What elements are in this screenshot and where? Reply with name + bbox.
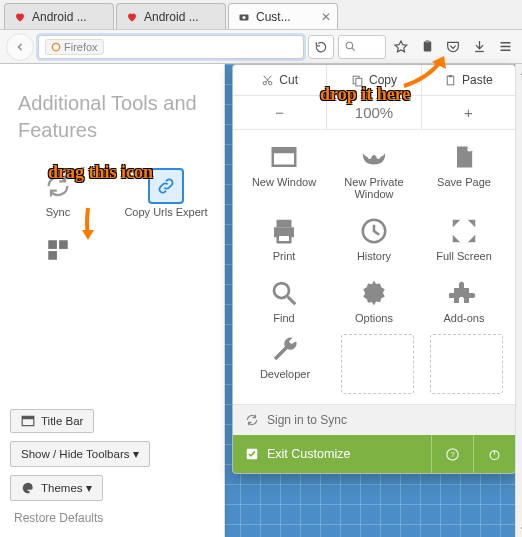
- reload-button[interactable]: [308, 35, 334, 59]
- menu-grid: New Window New Private Window Save Page …: [233, 130, 515, 328]
- signin-label: Sign in to Sync: [267, 413, 347, 427]
- svg-rect-6: [475, 51, 484, 52]
- customize-canvas: Additional Tools and Features Sync Copy …: [0, 64, 522, 537]
- seg-label: Cut: [279, 73, 298, 87]
- scroll-down-icon[interactable]: ▾: [516, 521, 522, 537]
- clipboard-icon[interactable]: [416, 36, 438, 58]
- menu-addons[interactable]: Add-ons: [419, 278, 509, 324]
- item-label: Find: [273, 312, 294, 324]
- bookmark-star-icon[interactable]: [390, 36, 412, 58]
- svg-text:?: ?: [450, 450, 454, 459]
- power-button[interactable]: [473, 435, 515, 473]
- menu-save-page[interactable]: Save Page: [419, 142, 509, 200]
- zoom-in-button[interactable]: +: [422, 96, 515, 129]
- tiles-icon: [40, 232, 76, 268]
- url-bar: Firefox: [0, 30, 522, 64]
- sign-in-sync[interactable]: Sign in to Sync: [233, 404, 515, 435]
- paint-icon: [21, 481, 35, 495]
- tab-android-2[interactable]: Android ...: [116, 3, 226, 29]
- additional-tools-panel: Additional Tools and Features Sync Copy …: [0, 64, 225, 537]
- window-icon: [269, 142, 299, 172]
- svg-rect-24: [278, 235, 291, 243]
- back-button[interactable]: [6, 33, 34, 61]
- paste-button[interactable]: Paste: [422, 65, 515, 95]
- drop-slot[interactable]: [341, 334, 414, 394]
- menu-fullscreen[interactable]: Full Screen: [419, 216, 509, 262]
- wrench-icon: [270, 334, 300, 364]
- copy-button[interactable]: Copy: [327, 65, 421, 95]
- item-label: Print: [273, 250, 296, 262]
- svg-point-3: [346, 42, 353, 49]
- menu-icon[interactable]: [494, 36, 516, 58]
- menu-developer[interactable]: Developer: [245, 334, 325, 380]
- scrollbar[interactable]: ▴ ▾: [515, 64, 522, 537]
- menu-new-window[interactable]: New Window: [239, 142, 329, 200]
- sync-icon: [245, 413, 259, 427]
- svg-rect-11: [22, 416, 34, 419]
- tab-label: Android ...: [32, 10, 107, 24]
- menu-print[interactable]: Print: [239, 216, 329, 262]
- panel-footer: Title Bar Show / Hide Toolbars ▾ Themes …: [0, 399, 224, 537]
- exit-customize-button[interactable]: Exit Customize: [233, 437, 431, 471]
- tab-customize[interactable]: Cust... ✕: [228, 3, 338, 29]
- menu-history[interactable]: History: [329, 216, 419, 262]
- close-icon[interactable]: ✕: [321, 10, 331, 24]
- title-bar-toggle[interactable]: Title Bar: [10, 409, 94, 433]
- cut-button[interactable]: Cut: [233, 65, 327, 95]
- svg-rect-22: [277, 220, 292, 228]
- search-box[interactable]: [338, 35, 386, 59]
- svg-point-20: [368, 155, 372, 159]
- item-label: New Window: [252, 176, 316, 188]
- panel-items: Sync Copy Urls Expert: [0, 158, 224, 280]
- history-icon: [359, 216, 389, 246]
- btn-label: Show / Hide Toolbars ▾: [21, 447, 139, 461]
- zoom-out-button[interactable]: −: [233, 96, 327, 129]
- tool-copy-urls-expert[interactable]: Copy Urls Expert: [112, 164, 220, 222]
- addons-icon: [449, 278, 479, 308]
- download-icon[interactable]: [468, 36, 490, 58]
- url-input[interactable]: Firefox: [38, 35, 304, 59]
- tool-label: Copy Urls Expert: [124, 206, 207, 218]
- menu-options[interactable]: Options: [329, 278, 419, 324]
- exit-label: Exit Customize: [267, 447, 350, 461]
- exit-bar: Exit Customize ?: [233, 435, 515, 473]
- tab-android-1[interactable]: Android ...: [4, 3, 114, 29]
- help-button[interactable]: ?: [431, 435, 473, 473]
- zoom-level: 100%: [327, 96, 421, 129]
- mask-icon: [359, 142, 389, 172]
- check-icon: [245, 447, 259, 461]
- print-icon: [269, 216, 299, 246]
- themes-dropdown[interactable]: Themes ▾: [10, 475, 103, 501]
- item-label: Developer: [260, 368, 310, 380]
- tool-tiles[interactable]: [4, 228, 112, 274]
- scroll-up-icon[interactable]: ▴: [516, 64, 522, 80]
- tab-label: Android ...: [144, 10, 219, 24]
- svg-rect-17: [449, 75, 452, 77]
- svg-rect-19: [273, 148, 296, 153]
- item-label: Options: [355, 312, 393, 324]
- svg-rect-7: [48, 240, 57, 249]
- menu-find[interactable]: Find: [239, 278, 329, 324]
- camera-icon: [237, 10, 251, 24]
- cut-icon: [261, 74, 274, 87]
- tool-sync[interactable]: Sync: [4, 164, 112, 222]
- fullscreen-icon: [449, 216, 479, 246]
- menu-new-private[interactable]: New Private Window: [329, 142, 419, 200]
- item-label: Save Page: [437, 176, 491, 188]
- pocket-icon[interactable]: [442, 36, 464, 58]
- toolbars-dropdown[interactable]: Show / Hide Toolbars ▾: [10, 441, 150, 467]
- item-label: Full Screen: [436, 250, 492, 262]
- menu-panel: Cut Copy Paste − 100% + New Window Ne: [232, 64, 516, 474]
- heart-icon: [125, 10, 139, 24]
- tool-label: Sync: [46, 206, 70, 218]
- restore-defaults-link[interactable]: Restore Defaults: [10, 509, 214, 527]
- seg-label: Paste: [462, 73, 493, 87]
- svg-point-26: [274, 283, 289, 298]
- edit-row: Cut Copy Paste: [233, 65, 515, 96]
- copyurls-icon: [148, 168, 184, 204]
- identity-label: Firefox: [64, 41, 98, 53]
- tabs-bar: Android ... Android ... Cust... ✕: [0, 0, 522, 30]
- developer-row: Developer: [233, 328, 515, 404]
- seg-label: Copy: [369, 73, 397, 87]
- drop-slot[interactable]: [430, 334, 503, 394]
